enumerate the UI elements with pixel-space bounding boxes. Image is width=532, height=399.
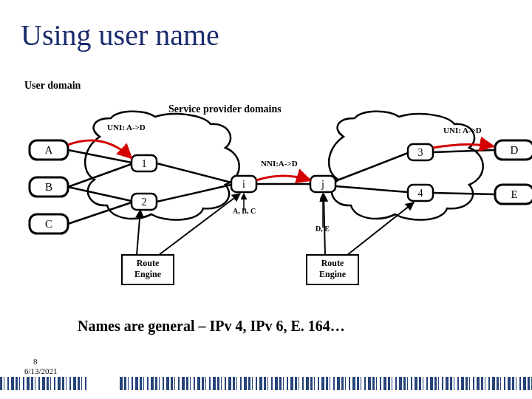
de-label: D, E [316,225,330,233]
route-engine-right: Route Engine [307,255,358,284]
node-e-label: E [511,188,517,200]
node-4-label: 4 [418,188,423,199]
engine-links [137,194,414,255]
svg-line-16 [157,185,231,202]
node-e: E [495,185,532,204]
node-d-label: D [511,144,519,156]
page-date: 6/13/2021 [24,366,58,375]
page-number: 8 [33,357,38,366]
node-3-label: 3 [418,147,423,158]
svg-line-21 [433,193,495,194]
node-a-label: A [45,144,53,156]
node-2: 2 [132,194,157,210]
node-i-label: i [242,179,245,190]
uni-left-label: UNI: A->D [107,123,146,132]
route-engine-left: Route Engine [122,255,174,284]
node-b-label: B [45,181,52,193]
svg-line-12 [68,164,132,187]
node-j-label: j [321,179,324,190]
footer-band-gap [89,377,118,390]
node-c-label: C [45,218,52,230]
route-engine-right-line2: Engine [319,269,347,279]
node-b: B [30,177,68,197]
footer-band [0,377,532,390]
abc-label: A, B, C [233,207,256,215]
user-domain-label: User domain [24,80,81,92]
diagram-canvas: A B C D E 1 2 3 [0,0,532,399]
route-engine-left-line1: Route [137,258,160,268]
node-4: 4 [408,185,433,201]
nni-label: NNI:A->D [261,159,298,168]
svg-line-25 [159,194,240,255]
svg-line-20 [433,150,495,152]
node-1-label: 1 [142,158,147,169]
uni-right-label: UNI: A->D [443,126,482,134]
node-3: 3 [408,144,433,160]
svg-line-27 [347,202,414,255]
node-d: D [495,140,532,160]
node-2-label: 2 [142,197,147,208]
node-1: 1 [132,155,157,171]
caption: Names are general – IPv 4, IPv 6, E. 164… [78,318,345,335]
route-engine-right-line1: Route [321,258,344,268]
svg-line-24 [137,210,140,255]
svg-line-19 [335,186,408,192]
node-c: C [30,214,68,233]
node-a: A [30,140,68,160]
route-engine-left-line2: Engine [134,269,162,279]
svg-line-15 [157,163,231,183]
svg-line-11 [68,150,132,163]
node-i: i [231,176,256,192]
node-j: j [310,176,335,192]
svg-line-13 [68,187,132,201]
svg-line-18 [335,153,408,181]
service-domains-label: Service provider domains [168,103,282,115]
